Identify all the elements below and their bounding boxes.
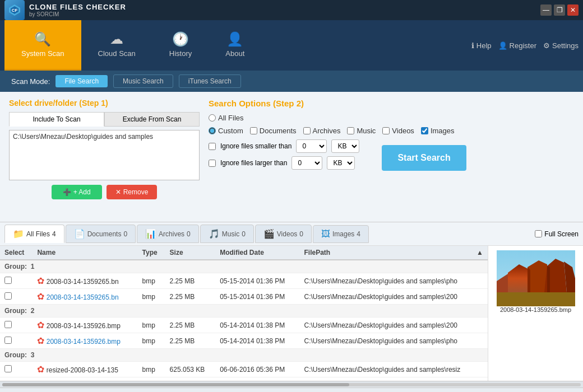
row-path: C:\Users\Mnezau\Desktop\guides and sampl… xyxy=(300,273,488,289)
filter-row-smaller: Ignore files smaller than 0 KBMB xyxy=(209,139,359,153)
remove-button[interactable]: ✕ Remove xyxy=(107,185,158,199)
videos-option[interactable]: Videos xyxy=(382,127,414,135)
col-filepath: FilePath ▲ xyxy=(300,246,488,260)
result-tab-documents[interactable]: 📄 Documents 0 xyxy=(66,225,136,243)
table-row: ✿ 2008-03-14-135926.bmp bmp 2.25 MB 05-1… xyxy=(0,318,488,333)
row-select[interactable] xyxy=(0,333,33,349)
smaller-unit-select[interactable]: KBMB xyxy=(331,139,359,153)
result-tab-videos[interactable]: 🎬 Videos 0 xyxy=(255,225,312,243)
cloud-scan-icon: ☁ xyxy=(110,31,123,47)
row-name: ✿ 2008-03-14-135926.bmp xyxy=(33,318,137,333)
images-checkbox[interactable] xyxy=(421,127,428,134)
row-path: C:\Users\Mnezau\Desktop\guides and sampl… xyxy=(300,289,488,305)
maximize-button[interactable]: ❐ xyxy=(554,4,565,16)
exclude-scan-tab[interactable]: Exclude From Scan xyxy=(104,112,200,127)
search-options-text: Search Options xyxy=(209,99,273,108)
music-search-btn[interactable]: Music Search xyxy=(113,74,173,88)
fullscreen-checkbox-container: Full Screen xyxy=(535,230,579,238)
all-files-tab-count: 4 xyxy=(52,230,56,238)
larger-unit-select[interactable]: KBMB xyxy=(327,156,355,170)
table-row: ✿ resized-2008-03-14-135 bmp 625.053 KB … xyxy=(0,377,488,381)
include-scan-tab[interactable]: Include To Scan xyxy=(9,112,104,127)
result-tab-images[interactable]: 🖼 Images 4 xyxy=(313,225,369,243)
results-table-wrap: Select Name Type Size Modified Date File… xyxy=(0,245,583,381)
thumbnail-label: 2008-03-14-1359265.bmp xyxy=(500,306,571,313)
row-type: bmp xyxy=(138,289,165,305)
ignore-smaller-checkbox[interactable] xyxy=(209,143,216,150)
table-header-row: Select Name Type Size Modified Date File… xyxy=(0,246,488,260)
row-select[interactable] xyxy=(0,289,33,305)
images-tab-label: Images xyxy=(332,230,354,238)
images-option[interactable]: Images xyxy=(421,127,455,135)
archives-checkbox[interactable] xyxy=(303,127,311,134)
help-link[interactable]: ℹ Help xyxy=(471,41,492,50)
scan-mode-label: Scan Mode: xyxy=(11,77,50,86)
nav-tab-about[interactable]: 👤 About xyxy=(209,20,261,71)
row-path: C:\Users\Mnezau\Desktop\guides and sampl… xyxy=(300,333,488,349)
custom-label: Custom xyxy=(218,127,243,135)
filter-row-larger: Ignore files larger than 0 KBMB xyxy=(209,156,359,170)
titlebar-left: CF CLONE FILES CHECKER by SORCIM xyxy=(4,0,126,20)
nav-tab-history[interactable]: 🕐 History xyxy=(152,20,209,71)
all-files-radio[interactable] xyxy=(209,114,216,122)
row-type: bmp xyxy=(138,318,165,333)
table-row: ✿ 2008-03-14-135926.bmp bmp 2.25 MB 05-1… xyxy=(0,333,488,349)
documents-checkbox[interactable] xyxy=(250,127,257,134)
documents-option[interactable]: Documents xyxy=(250,127,297,135)
col-type: Type xyxy=(138,246,165,260)
close-button[interactable]: ✕ xyxy=(567,4,579,16)
register-link[interactable]: 👤 Register xyxy=(498,41,536,50)
result-tab-all-files[interactable]: 📁 All Files 4 xyxy=(4,225,64,243)
nav-tab-cloud-scan[interactable]: ☁ Cloud Scan xyxy=(81,20,152,71)
settings-link[interactable]: ⚙ Settings xyxy=(543,41,579,50)
left-panel: Select drive/folder (Step 1) Include To … xyxy=(9,99,200,215)
row-name-link: ✿ resized-2008-03-14-135 xyxy=(33,377,137,381)
row-select[interactable] xyxy=(0,362,33,377)
archives-option[interactable]: Archives xyxy=(303,127,341,135)
row-select[interactable] xyxy=(0,377,33,381)
music-checkbox[interactable] xyxy=(347,127,354,134)
archives-tab-count: 0 xyxy=(187,230,191,238)
custom-radio[interactable] xyxy=(209,127,216,134)
row-select[interactable] xyxy=(0,318,33,333)
result-tab-archives[interactable]: 📊 Archives 0 xyxy=(137,225,199,243)
nav-tab-system-scan[interactable]: 🔍 System Scan xyxy=(4,20,81,71)
ignore-larger-checkbox[interactable] xyxy=(209,160,216,167)
add-button[interactable]: ➕ + Add xyxy=(52,185,102,199)
itunes-search-btn[interactable]: iTunes Search xyxy=(179,74,241,88)
results-table-inner[interactable]: Select Name Type Size Modified Date File… xyxy=(0,246,488,381)
music-option[interactable]: Music xyxy=(347,127,376,135)
videos-tab-label: Videos xyxy=(277,230,297,238)
result-tab-music[interactable]: 🎵 Music 0 xyxy=(200,225,254,243)
all-files-option[interactable]: All Files xyxy=(209,114,244,122)
horizontal-scrollbar[interactable] xyxy=(0,381,583,388)
music-tab-count: 0 xyxy=(242,230,246,238)
row-type: bmp xyxy=(138,273,165,289)
minimize-button[interactable]: — xyxy=(540,4,552,16)
start-search-button[interactable]: Start Search xyxy=(382,145,466,171)
smaller-value-select[interactable]: 0 xyxy=(296,139,327,153)
file-search-btn[interactable]: File Search xyxy=(55,75,108,87)
right-panel: Search Options (Step 2) All Files Custom… xyxy=(209,99,574,215)
scrollbar-thumb[interactable] xyxy=(2,383,349,386)
fullscreen-label: Full Screen xyxy=(544,230,579,238)
row-name-link: ✿ 2008-03-14-1359265.bn xyxy=(33,289,137,305)
custom-option[interactable]: Custom xyxy=(209,127,243,135)
main-content: Select drive/folder (Step 1) Include To … xyxy=(0,92,583,222)
larger-value-select[interactable]: 0 xyxy=(292,156,322,170)
videos-checkbox[interactable] xyxy=(382,127,390,134)
row-date: 05-14-2014 01:38 PM xyxy=(215,318,299,333)
bmp-icon: ✿ xyxy=(37,292,44,301)
nav-tab-cloud-scan-label: Cloud Scan xyxy=(98,49,136,58)
bmp-icon: ✿ xyxy=(37,276,44,286)
left-panel-title: Select drive/folder (Step 1) xyxy=(9,99,200,108)
row-name: ✿ resized-2008-03-14-135 xyxy=(33,362,137,377)
history-icon: 🕐 xyxy=(172,31,189,47)
group-row-2: Group: 2 xyxy=(0,305,488,318)
row-name: ✿ 2008-03-14-1359265.bn xyxy=(33,273,137,289)
documents-label: Documents xyxy=(260,127,297,135)
navbar: 🔍 System Scan ☁ Cloud Scan 🕐 History 👤 A… xyxy=(0,20,583,71)
svg-marker-10 xyxy=(528,267,530,292)
fullscreen-checkbox[interactable] xyxy=(535,230,542,237)
row-select[interactable] xyxy=(0,273,33,289)
